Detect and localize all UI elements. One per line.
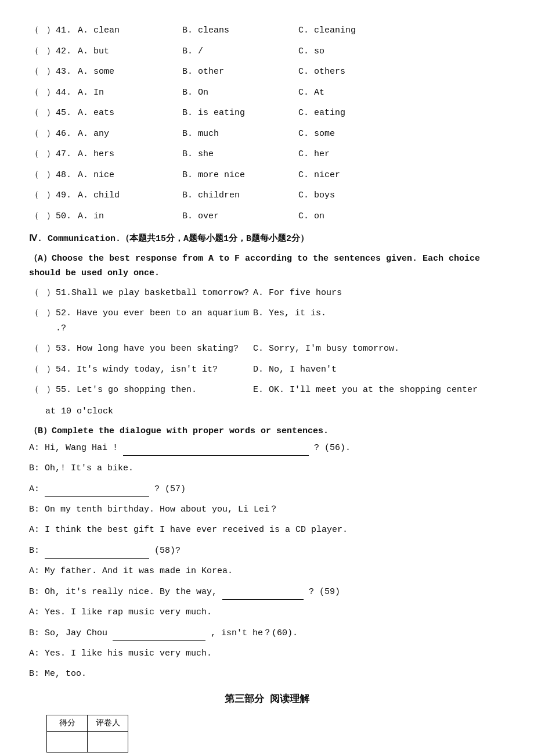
question-num: 49. xyxy=(56,188,78,203)
space xyxy=(39,44,45,59)
speaker-label: A: xyxy=(29,484,45,494)
option-c: C. nicer xyxy=(298,168,340,183)
fill-blank[interactable] xyxy=(222,584,304,600)
dialogue-text: My father. And it was made in Korea. xyxy=(45,566,233,576)
sectionB-header: （B）Complete the dialogue with proper wor… xyxy=(29,425,505,436)
option-c: C. so xyxy=(298,44,324,59)
question-num: 44. xyxy=(56,85,78,100)
space xyxy=(39,64,45,80)
close-paren: ） xyxy=(45,23,56,38)
answer-text: C. Sorry, I'm busy tomorrow. xyxy=(253,341,399,357)
question-text: 55. Let's go shopping then. xyxy=(56,383,253,398)
dialogue-line: B: Oh, it's really nice. By the way, ? (… xyxy=(29,584,505,600)
option-a: A. some xyxy=(78,64,182,80)
option-c: C. cleaning xyxy=(298,23,356,38)
open-paren: （ xyxy=(29,286,39,301)
dialogue-text: Oh,! It's a bike. xyxy=(45,463,134,473)
dialogue-line: A: My father. And it was made in Korea. xyxy=(29,563,505,579)
dialogue-suffix: ? (59) xyxy=(304,587,340,597)
speaker-label: B: xyxy=(29,463,45,473)
sectionA-row: （ ） 54. It's windy today, isn't it? D. N… xyxy=(29,362,505,377)
close-paren: ） xyxy=(45,147,56,162)
answer-text: D. No, I haven't xyxy=(253,362,337,377)
open-paren: （ xyxy=(29,341,39,357)
space xyxy=(39,383,45,398)
close-paren: ） xyxy=(45,341,56,357)
sectionA-row: （ ） 51.Shall we play basketball tomorrow… xyxy=(29,286,505,301)
sectionA-instruction: （A）Choose the best response from A to F … xyxy=(29,251,505,281)
dialogue-line: B: On my tenth birthday. How about you, … xyxy=(29,502,505,517)
close-paren: ） xyxy=(45,168,56,183)
question-num: 41. xyxy=(56,23,78,38)
dialogue-text: So, Jay Chou xyxy=(45,628,113,638)
fill-blank[interactable] xyxy=(123,440,309,456)
question-text: 53. How long have you been skating? xyxy=(56,341,253,357)
speaker-label: A: xyxy=(29,443,45,453)
space xyxy=(39,106,45,121)
option-b: B. she xyxy=(182,147,298,162)
option-b: B. children xyxy=(182,188,298,203)
dialogue-line: A: Hi, Wang Hai ! ? (56). xyxy=(29,440,505,456)
question-num: 46. xyxy=(56,127,78,142)
dialogue-text: Yes. I like rap music very much. xyxy=(45,607,212,617)
question-num: 42. xyxy=(56,44,78,59)
speaker-label: A: xyxy=(29,525,45,535)
answer-text: E. OK. I'll meet you at the shopping cen… xyxy=(253,383,478,398)
score-value xyxy=(47,731,88,752)
close-paren: ） xyxy=(45,306,56,321)
option-a: A. clean xyxy=(78,23,182,38)
speaker-label: B: xyxy=(29,628,45,638)
open-paren: （ xyxy=(29,209,39,224)
space xyxy=(39,127,45,142)
open-paren: （ xyxy=(29,23,39,38)
open-paren: （ xyxy=(29,168,39,183)
dialogue-text: I think the best gift I have ever receiv… xyxy=(45,525,348,535)
dialogue-line: A: Yes. I like his music very much. xyxy=(29,646,505,661)
question-num: 43. xyxy=(56,64,78,80)
question-text: 54. It's windy today, isn't it? xyxy=(56,362,253,377)
speaker-label: A: xyxy=(29,566,45,576)
mcq-row: （ ） 42. A. but B. / C. so xyxy=(29,44,505,59)
mcq-row: （ ） 46. A. any B. much C. some xyxy=(29,127,505,142)
score-col-header: 得分 xyxy=(47,715,88,731)
open-paren: （ xyxy=(29,44,39,59)
question-num: 47. xyxy=(56,147,78,162)
answer-text: A. For five hours xyxy=(253,286,342,301)
close-paren: ） xyxy=(45,64,56,80)
speaker-label: B: xyxy=(29,587,45,597)
option-b: B. other xyxy=(182,64,298,80)
close-paren: ） xyxy=(45,106,56,121)
option-a: A. eats xyxy=(78,106,182,121)
sectionA-row: （ ） 53. How long have you been skating? … xyxy=(29,341,505,357)
open-paren: （ xyxy=(29,85,39,100)
option-c: C. At xyxy=(298,85,324,100)
close-paren: ） xyxy=(45,383,56,398)
space xyxy=(39,362,45,377)
space xyxy=(39,147,45,162)
option-c: C. others xyxy=(298,64,345,80)
option-c: C. some xyxy=(298,127,335,142)
question-num: 48. xyxy=(56,168,78,183)
dialogue-text: Oh, it's really nice. By the way, xyxy=(45,587,222,597)
mcq-row: （ ） 43. A. some B. other C. others xyxy=(29,64,505,80)
score-table: 得分 评卷人 xyxy=(46,715,128,753)
speaker-label: B: xyxy=(29,505,45,514)
fill-blank[interactable] xyxy=(45,481,149,497)
dialogue-suffix: ? (57) xyxy=(149,484,186,494)
space xyxy=(39,306,45,321)
fill-blank[interactable] xyxy=(45,542,149,559)
dialogue-line: A: ? (57) xyxy=(29,481,505,497)
mcq-row: （ ） 50. A. in B. over C. on xyxy=(29,209,505,224)
question-text: 52. Have you ever been to an aquarium .? xyxy=(56,306,253,336)
open-paren: （ xyxy=(29,127,39,142)
question-num: 45. xyxy=(56,106,78,121)
sectionA-row: （ ） 55. Let's go shopping then. E. OK. I… xyxy=(29,383,505,398)
mcq-row: （ ） 47. A. hers B. she C. her xyxy=(29,147,505,162)
answer-text: B. Yes, it is. xyxy=(253,306,326,321)
close-paren: ） xyxy=(45,209,56,224)
question-text: 51.Shall we play basketball tomorrow? xyxy=(56,286,253,301)
dialogue-suffix: (58)? xyxy=(149,546,181,556)
option-c: C. on xyxy=(298,209,324,224)
close-paren: ） xyxy=(45,362,56,377)
fill-blank[interactable] xyxy=(113,625,205,641)
